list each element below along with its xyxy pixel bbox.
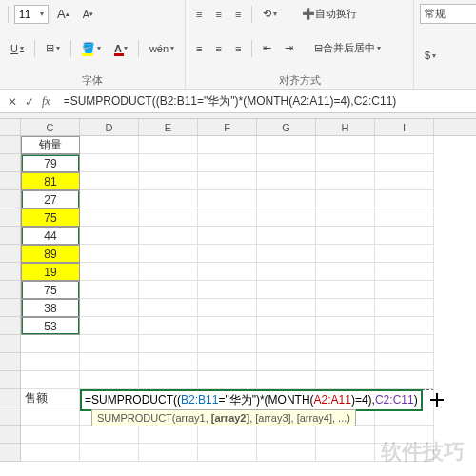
cell[interactable] (316, 208, 375, 227)
cell[interactable] (21, 426, 80, 444)
cell[interactable] (139, 172, 198, 190)
cell[interactable] (80, 263, 139, 281)
cell[interactable] (139, 353, 198, 371)
cell[interactable] (257, 190, 316, 208)
cell[interactable] (198, 371, 257, 389)
cell[interactable] (80, 353, 139, 371)
align-center-button[interactable]: ≡ (211, 40, 227, 57)
cell[interactable] (198, 245, 257, 263)
cell[interactable] (198, 426, 257, 444)
currency-button[interactable]: $▾ (420, 47, 441, 64)
fill-color-button[interactable]: 🪣▾ (77, 39, 106, 57)
cell[interactable]: 79 (21, 154, 80, 172)
cell[interactable] (80, 227, 139, 245)
cell[interactable] (375, 281, 434, 299)
cell[interactable] (257, 299, 316, 317)
cell[interactable]: 75 (21, 281, 80, 299)
cell[interactable] (316, 172, 375, 190)
cell[interactable] (375, 245, 434, 263)
cell[interactable] (139, 154, 198, 172)
row-header[interactable] (0, 172, 21, 190)
cell[interactable] (375, 371, 434, 389)
cell[interactable] (80, 136, 139, 154)
cell[interactable] (80, 317, 139, 335)
cell[interactable] (257, 172, 316, 190)
cell[interactable] (80, 208, 139, 227)
cell[interactable] (80, 172, 139, 190)
cell[interactable] (139, 190, 198, 208)
cell[interactable] (375, 136, 434, 154)
row-header[interactable] (0, 444, 21, 462)
cell[interactable] (316, 335, 375, 353)
cell[interactable] (375, 190, 434, 208)
cell[interactable] (257, 335, 316, 353)
cell[interactable] (198, 172, 257, 190)
cell[interactable] (257, 281, 316, 299)
row-header[interactable] (0, 190, 21, 208)
fx-button[interactable]: fx (42, 94, 50, 109)
cell[interactable]: 38 (21, 299, 80, 317)
cell[interactable] (139, 335, 198, 353)
cell[interactable] (375, 353, 434, 371)
cell[interactable] (21, 444, 80, 462)
cell[interactable] (139, 317, 198, 335)
cell[interactable] (316, 353, 375, 371)
cell[interactable] (80, 371, 139, 389)
cell[interactable] (316, 263, 375, 281)
cell[interactable] (257, 444, 316, 462)
cell[interactable] (375, 299, 434, 317)
row-header[interactable] (0, 389, 21, 407)
cell[interactable] (21, 371, 80, 389)
phonetic-button[interactable]: wén▾ (145, 40, 179, 57)
formula-confirm-button[interactable]: ✓ (25, 95, 34, 109)
cell[interactable] (375, 227, 434, 245)
column-header-I[interactable]: I (375, 119, 434, 135)
cell[interactable] (257, 263, 316, 281)
cell[interactable] (80, 245, 139, 263)
cell[interactable] (198, 299, 257, 317)
merge-center-button[interactable]: ⊟ 合并后居中▾ (309, 38, 386, 58)
cell[interactable] (139, 227, 198, 245)
cell[interactable] (198, 136, 257, 154)
cell[interactable] (257, 426, 316, 444)
cell[interactable] (21, 335, 80, 353)
cell[interactable] (139, 245, 198, 263)
column-header-D[interactable]: D (80, 119, 139, 135)
cell[interactable] (375, 335, 434, 353)
cell[interactable] (257, 154, 316, 172)
cell[interactable] (139, 208, 198, 227)
cell[interactable] (316, 299, 375, 317)
row-header[interactable] (0, 154, 21, 172)
cell[interactable] (257, 371, 316, 389)
cell[interactable] (80, 299, 139, 317)
column-header-C[interactable]: C (21, 119, 80, 135)
increase-indent-button[interactable]: ⇥ (280, 39, 298, 57)
column-header-G[interactable]: G (257, 119, 316, 135)
cell[interactable] (139, 136, 198, 154)
cell[interactable] (198, 190, 257, 208)
align-left-button[interactable]: ≡ (191, 40, 207, 57)
cell[interactable] (375, 444, 434, 462)
cell[interactable] (316, 136, 375, 154)
underline-button[interactable]: U▾ (6, 40, 29, 57)
formula-input[interactable]: =SUMPRODUCT((B2:B11="华为")*(MONTH(A2:A11)… (58, 93, 476, 109)
cell[interactable] (80, 444, 139, 462)
wrap-text-button[interactable]: ➕ 自动换行 (297, 4, 362, 24)
font-color-button[interactable]: A▾ (109, 40, 132, 57)
cell[interactable] (21, 353, 80, 371)
cell[interactable] (198, 154, 257, 172)
align-bottom-button[interactable]: ≡ (230, 6, 246, 23)
cell[interactable] (80, 426, 139, 444)
cell[interactable] (198, 353, 257, 371)
cell[interactable] (375, 154, 434, 172)
row-header[interactable] (0, 208, 21, 227)
row-header[interactable] (0, 407, 21, 426)
cell[interactable] (80, 335, 139, 353)
cell[interactable] (257, 136, 316, 154)
cell[interactable]: 27 (21, 190, 80, 208)
grow-font-button[interactable]: A▴ (52, 4, 74, 24)
cell[interactable] (316, 245, 375, 263)
cell[interactable] (316, 426, 375, 444)
row-header[interactable] (0, 136, 21, 154)
row-header[interactable] (0, 245, 21, 263)
